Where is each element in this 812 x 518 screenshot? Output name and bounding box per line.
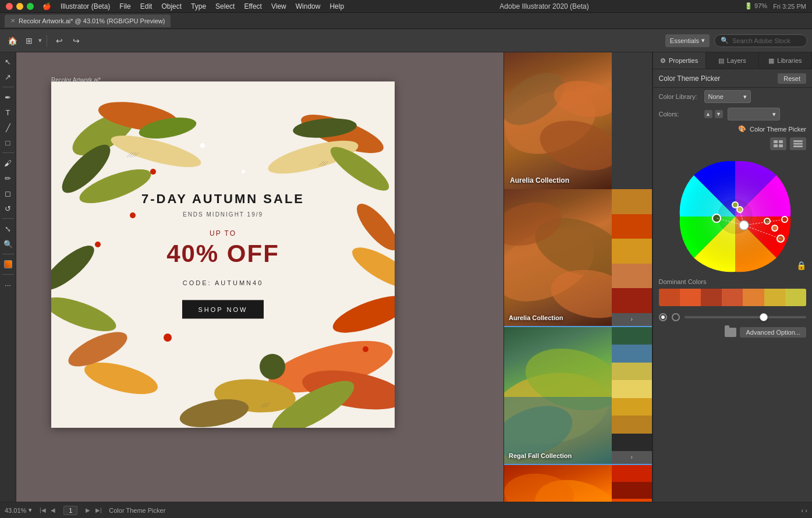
tab-properties[interactable]: ⚙ Properties — [653, 52, 706, 69]
swatch-regal-3[interactable] — [612, 363, 652, 380]
menu-file[interactable]: File — [119, 2, 130, 10]
radio-2[interactable] — [672, 313, 680, 321]
swatch-aurelia-4[interactable] — [612, 264, 652, 289]
prev-page[interactable]: ◀ — [48, 506, 58, 515]
swatch-regal-2[interactable] — [612, 345, 652, 362]
dc-color-5[interactable] — [743, 289, 764, 306]
swatch-regal-5[interactable] — [612, 398, 652, 416]
color-library-select[interactable]: None ▾ — [704, 90, 751, 103]
collections-panel[interactable]: Aurelia Collection — [504, 52, 653, 502]
regal-fall-row[interactable]: Regal Fall Collection › — [504, 327, 652, 464]
tab-libraries[interactable]: ▦ Libraries — [759, 52, 812, 69]
fill-tool[interactable] — [1, 257, 15, 271]
autumn-photo[interactable]: Autumn Melon Collection — [504, 465, 612, 502]
zoom-dropdown[interactable]: ▾ — [29, 506, 32, 514]
swatch-aurelia-1[interactable] — [612, 189, 652, 214]
menu-app[interactable]: Illustrator (Beta) — [61, 2, 110, 10]
toolbar-undo[interactable]: ↩ — [52, 33, 67, 48]
tab-close-icon[interactable]: ✕ — [10, 17, 15, 24]
line-tool[interactable]: ╱ — [1, 120, 15, 134]
dc-color-1[interactable] — [659, 289, 680, 306]
dc-color-7[interactable] — [785, 289, 806, 306]
slider-thumb[interactable] — [760, 313, 768, 321]
page-number[interactable] — [63, 506, 77, 515]
erase-tool[interactable]: ◻ — [1, 186, 15, 200]
swatch-aurelia-2[interactable] — [612, 214, 652, 239]
colors-select[interactable]: ▾ — [728, 108, 780, 120]
last-page[interactable]: ▶| — [94, 506, 103, 515]
pen-tool[interactable]: ✒ — [1, 90, 15, 104]
swatch-aurelia-3[interactable] — [612, 239, 652, 264]
toolbar-dropdown-arrow[interactable]: ▾ — [38, 37, 42, 44]
color-slider[interactable] — [685, 316, 806, 318]
status-arrows[interactable]: ‹ › — [802, 507, 807, 514]
dominant-colors-strip[interactable] — [659, 289, 806, 306]
regal-photo[interactable]: Regal Fall Collection — [504, 327, 612, 464]
pencil-tool[interactable]: ✏ — [1, 171, 15, 185]
traffic-lights[interactable] — [6, 3, 34, 10]
swatch-autumn-2[interactable] — [612, 482, 652, 499]
color-wheel[interactable] — [677, 158, 788, 269]
menu-help[interactable]: Help — [329, 2, 344, 10]
reset-button[interactable]: Reset — [778, 73, 806, 84]
select-tool[interactable]: ↖ — [1, 55, 15, 69]
regal-arrow[interactable]: › — [612, 451, 652, 464]
menu-edit[interactable]: Edit — [140, 2, 153, 10]
toolbar-home[interactable]: 🏠 — [5, 33, 20, 48]
adobe-stock-search[interactable]: 🔍 Search Adobe Stock — [714, 34, 807, 47]
lock-icon[interactable]: 🔒 — [796, 261, 806, 270]
canvas-area[interactable]: 7-DAY AUTUMN SALE ENDS MIDNIGHT 19/9 UP … — [16, 52, 503, 502]
menu-window[interactable]: Window — [296, 2, 321, 10]
advanced-option-button[interactable]: Advanced Option... — [740, 327, 806, 338]
dc-color-4[interactable] — [722, 289, 743, 306]
menu-effect[interactable]: Effect — [244, 2, 261, 10]
swatch-aurelia-5[interactable] — [612, 288, 652, 313]
swatch-regal-1[interactable] — [612, 327, 652, 345]
autumn-melon-row[interactable]: Autumn Melon Collection — [504, 465, 652, 502]
menu-type[interactable]: Type — [191, 2, 206, 10]
scale-tool[interactable]: ⤡ — [1, 222, 15, 236]
layout-icon-2[interactable] — [790, 137, 806, 150]
minimize-button[interactable] — [16, 3, 23, 10]
tab-layers[interactable]: ▤ Layers — [706, 52, 759, 69]
swatch-autumn-1[interactable] — [612, 465, 652, 482]
aurelia-collection[interactable]: Aurelia Collection — [504, 52, 652, 189]
paintbrush-tool[interactable]: 🖌 — [1, 156, 15, 170]
swatch-regal-7[interactable] — [612, 434, 652, 451]
colors-stepper-up[interactable]: ▲ — [704, 110, 712, 118]
swatch-regal-4[interactable] — [612, 380, 652, 398]
colors-stepper-down[interactable]: ▼ — [715, 110, 723, 118]
layout-icon-1[interactable] — [770, 137, 786, 150]
menu-view[interactable]: View — [271, 2, 286, 10]
document-tab[interactable]: ✕ Recolor Artwork.ai* @ 43.01% (RGB/GPU … — [5, 15, 171, 27]
more-tools[interactable]: ··· — [1, 278, 15, 292]
menu-object[interactable]: Object — [161, 2, 182, 10]
aurelia-thumbnail[interactable]: Aurelia Collection — [504, 52, 652, 189]
radio-1[interactable] — [659, 313, 667, 321]
apple-menu[interactable]: 🍎 — [42, 2, 51, 10]
toolbar-redo[interactable]: ↪ — [69, 33, 84, 48]
next-page[interactable]: ▶ — [83, 506, 93, 515]
color-library-arrow: ▾ — [743, 93, 747, 101]
aurelia-arrow[interactable]: › — [612, 313, 652, 326]
aurelia-row[interactable]: Aurelia Collection › — [504, 189, 652, 326]
first-page[interactable]: |◀ — [38, 506, 47, 515]
aurelia-photo[interactable]: Aurelia Collection — [504, 189, 612, 326]
color-wheel-container[interactable]: 🔒 — [653, 152, 812, 275]
dc-color-6[interactable] — [764, 289, 785, 306]
dc-color-2[interactable] — [680, 289, 701, 306]
toolbar-grid[interactable]: ⊞ — [22, 33, 37, 48]
dc-color-3[interactable] — [701, 289, 722, 306]
folder-icon[interactable] — [725, 328, 736, 337]
zoom-tool[interactable]: 🔍 — [1, 237, 15, 251]
swatch-autumn-3[interactable] — [612, 499, 652, 502]
maximize-button[interactable] — [27, 3, 34, 10]
shape-tool[interactable]: □ — [1, 136, 15, 150]
essentials-button[interactable]: Essentials ▾ — [665, 34, 710, 47]
rotate-tool[interactable]: ↺ — [1, 201, 15, 215]
direct-select-tool[interactable]: ↗ — [1, 70, 15, 84]
close-button[interactable] — [6, 3, 13, 10]
swatch-regal-6[interactable] — [612, 416, 652, 433]
menu-select[interactable]: Select — [215, 2, 235, 10]
text-tool[interactable]: T — [1, 105, 15, 119]
